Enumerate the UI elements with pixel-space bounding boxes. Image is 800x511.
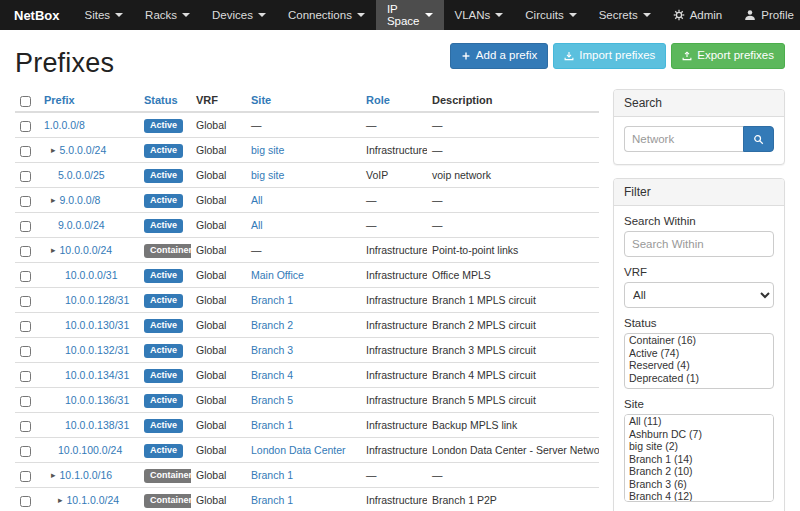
nav-item-vlans[interactable]: VLANs [444, 0, 515, 30]
prefix-link[interactable]: 10.0.0.136/31 [65, 394, 129, 406]
site-link[interactable]: Main Office [251, 269, 304, 281]
site-link[interactable]: Branch 2 [251, 319, 293, 331]
row-checkbox[interactable] [20, 346, 31, 357]
search-input[interactable] [624, 126, 743, 152]
status-cell: Active [139, 388, 191, 413]
prefix-cell: ▸10.1.0.0/16 [39, 463, 139, 488]
filter-option[interactable]: Ashburn DC (7) [625, 428, 773, 441]
row-checkbox[interactable] [20, 496, 31, 507]
filter-option[interactable]: Branch 3 (6) [625, 478, 773, 491]
chevron-down-icon [495, 13, 503, 17]
site-link[interactable]: London Data Center [251, 444, 346, 456]
vrf-cell: Global [191, 363, 246, 388]
site-listbox[interactable]: All (11)Ashburn DC (7)big site (2)Branch… [624, 414, 774, 502]
column-header-status[interactable]: Status [139, 89, 191, 112]
site-link[interactable]: big site [251, 169, 284, 181]
status-badge: Active [144, 169, 183, 183]
status-badge: Active [144, 319, 183, 333]
column-header-prefix[interactable]: Prefix [39, 89, 139, 112]
filter-option[interactable]: Deprecated (1) [625, 372, 773, 385]
prefix-link[interactable]: 10.0.100.0/24 [58, 444, 122, 456]
status-label: Status [624, 317, 774, 329]
role-cell: Infrastructure [361, 488, 427, 511]
prefix-link[interactable]: 10.0.0.0/31 [65, 269, 118, 281]
site-link[interactable]: Branch 5 [251, 394, 293, 406]
nav-item-secrets[interactable]: Secrets [588, 0, 662, 30]
role-cell: Infrastructure [361, 363, 427, 388]
vrf-select[interactable]: All [624, 282, 774, 308]
nav-item-devices[interactable]: Devices [201, 0, 277, 30]
export-prefixes-button[interactable]: Export prefixes [671, 43, 785, 69]
main-nav: SitesRacksDevicesConnectionsIP SpaceVLAN… [74, 0, 662, 30]
add-prefix-button[interactable]: Add a prefix [450, 43, 548, 69]
filter-option[interactable]: Branch 2 (10) [625, 465, 773, 478]
prefix-link[interactable]: 10.0.0.128/31 [65, 294, 129, 306]
column-header-role[interactable]: Role [361, 89, 427, 112]
row-checkbox[interactable] [20, 221, 31, 232]
description-cell: Point-to-point links [427, 238, 599, 263]
row-checkbox[interactable] [20, 246, 31, 257]
filter-option[interactable]: Active (74) [625, 347, 773, 360]
row-checkbox[interactable] [20, 171, 31, 182]
site-link[interactable]: Branch 1 [251, 419, 293, 431]
prefix-link[interactable]: 5.0.0.0/25 [58, 169, 105, 181]
prefix-link[interactable]: 5.0.0.0/24 [60, 144, 107, 156]
app-logo[interactable]: NetBox [0, 0, 74, 30]
prefix-cell: 9.0.0.0/24 [39, 213, 139, 238]
select-all-checkbox[interactable] [20, 96, 31, 107]
row-checkbox[interactable] [20, 421, 31, 432]
filter-option[interactable]: Branch 1 (14) [625, 453, 773, 466]
row-checkbox[interactable] [20, 196, 31, 207]
site-link[interactable]: Branch 1 [251, 494, 293, 506]
prefix-link[interactable]: 1.0.0.0/8 [44, 119, 85, 131]
search-button[interactable] [743, 126, 774, 152]
nav-item-sites[interactable]: Sites [74, 0, 135, 30]
row-checkbox[interactable] [20, 371, 31, 382]
status-cell: Active [139, 338, 191, 363]
filter-option[interactable]: Reserved (4) [625, 359, 773, 372]
description-cell: voip network [427, 163, 599, 188]
nav-item-profile[interactable]: Profile [733, 0, 800, 30]
row-checkbox[interactable] [20, 296, 31, 307]
prefix-cell: ▸9.0.0.0/8 [39, 188, 139, 213]
site-link[interactable]: Branch 4 [251, 369, 293, 381]
nav-item-ip-space[interactable]: IP Space [376, 0, 444, 30]
site-link[interactable]: Branch 1 [251, 469, 293, 481]
nav-item-circuits[interactable]: Circuits [514, 0, 587, 30]
import-prefixes-button[interactable]: Import prefixes [553, 43, 666, 69]
filter-option[interactable]: Container (16) [625, 334, 773, 347]
nav-item-racks[interactable]: Racks [134, 0, 201, 30]
prefix-link[interactable]: 10.1.0.0/16 [60, 469, 113, 481]
column-header-site[interactable]: Site [246, 89, 361, 112]
search-within-input[interactable] [624, 231, 774, 257]
status-badge: Active [144, 394, 183, 408]
site-cell: Branch 1 [246, 488, 361, 511]
row-checkbox[interactable] [20, 146, 31, 157]
site-link[interactable]: All [251, 194, 263, 206]
site-link[interactable]: All [251, 219, 263, 231]
site-link[interactable]: Branch 3 [251, 344, 293, 356]
nav-item-connections[interactable]: Connections [277, 0, 376, 30]
row-checkbox[interactable] [20, 271, 31, 282]
row-checkbox[interactable] [20, 121, 31, 132]
prefix-link[interactable]: 9.0.0.0/8 [60, 194, 101, 206]
filter-option[interactable]: All (11) [625, 415, 773, 428]
prefix-link[interactable]: 10.0.0.134/31 [65, 369, 129, 381]
row-checkbox[interactable] [20, 446, 31, 457]
row-checkbox[interactable] [20, 321, 31, 332]
row-checkbox[interactable] [20, 396, 31, 407]
prefix-link[interactable]: 10.0.0.132/31 [65, 344, 129, 356]
site-link[interactable]: Branch 1 [251, 294, 293, 306]
nav-item-admin[interactable]: Admin [662, 0, 734, 30]
site-link[interactable]: big site [251, 144, 284, 156]
row-checkbox[interactable] [20, 471, 31, 482]
filter-option[interactable]: Branch 4 (12) [625, 490, 773, 502]
prefix-link[interactable]: 10.0.0.138/31 [65, 419, 129, 431]
prefix-cell: 10.0.0.132/31 [39, 338, 139, 363]
filter-option[interactable]: big site (2) [625, 440, 773, 453]
prefix-link[interactable]: 10.0.0.130/31 [65, 319, 129, 331]
prefix-link[interactable]: 10.1.0.0/24 [67, 494, 120, 506]
status-listbox[interactable]: Container (16)Active (74)Reserved (4)Dep… [624, 333, 774, 389]
prefix-link[interactable]: 9.0.0.0/24 [58, 219, 105, 231]
prefix-link[interactable]: 10.0.0.0/24 [60, 244, 113, 256]
